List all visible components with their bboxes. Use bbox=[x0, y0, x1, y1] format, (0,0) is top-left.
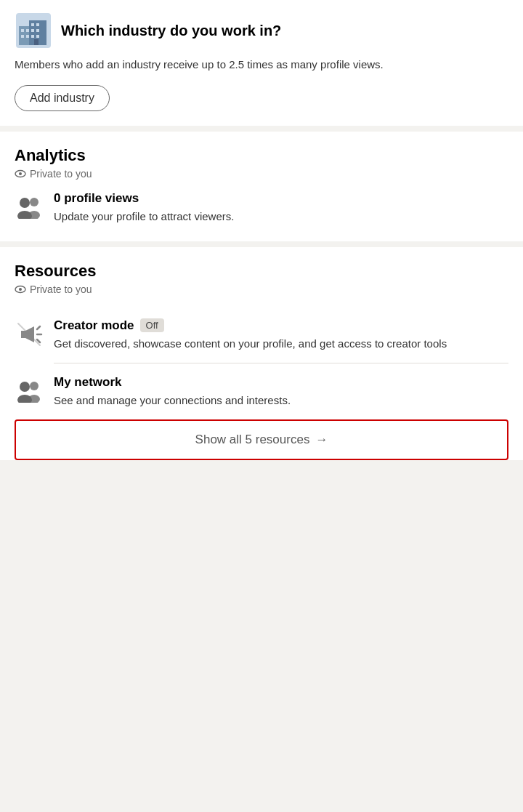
network-icon bbox=[15, 377, 44, 406]
svg-rect-5 bbox=[21, 35, 24, 38]
svg-point-21 bbox=[19, 288, 22, 291]
my-network-desc: See and manage your connections and inte… bbox=[54, 393, 508, 408]
my-network-title: My network bbox=[54, 375, 122, 390]
creator-icon bbox=[15, 320, 44, 349]
analytics-private-text: Private to you bbox=[30, 168, 92, 180]
industry-card: Which industry do you work in? Members w… bbox=[0, 0, 523, 126]
svg-rect-10 bbox=[36, 29, 39, 32]
svg-rect-6 bbox=[26, 35, 29, 38]
resources-title: Resources bbox=[15, 262, 508, 281]
creator-mode-title-row: Creator mode Off bbox=[54, 318, 508, 333]
svg-point-29 bbox=[20, 382, 30, 392]
creator-mode-badge: Off bbox=[140, 318, 164, 332]
building-icon bbox=[15, 12, 52, 49]
profile-views-desc: Update your profile to attract viewers. bbox=[54, 209, 234, 224]
creator-mode-content: Creator mode Off Get discovered, showcas… bbox=[54, 318, 508, 351]
creator-mode-row[interactable]: Creator mode Off Get discovered, showcas… bbox=[15, 307, 508, 363]
analytics-title: Analytics bbox=[15, 146, 508, 165]
creator-mode-title: Creator mode bbox=[54, 318, 134, 333]
analytics-row: 0 profile views Update your profile to a… bbox=[15, 191, 508, 224]
people-icon bbox=[15, 193, 44, 222]
svg-rect-7 bbox=[31, 23, 34, 26]
resources-private-label: Private to you bbox=[15, 284, 508, 295]
my-network-row[interactable]: My network See and manage your connectio… bbox=[15, 363, 508, 419]
svg-point-30 bbox=[17, 395, 32, 403]
svg-rect-8 bbox=[36, 23, 39, 26]
svg-rect-11 bbox=[31, 35, 34, 38]
show-all-arrow: → bbox=[315, 433, 328, 447]
profile-views-stat: 0 profile views bbox=[54, 191, 234, 206]
my-network-content: My network See and manage your connectio… bbox=[54, 375, 508, 408]
industry-title: Which industry do you work in? bbox=[61, 21, 281, 40]
svg-point-27 bbox=[30, 382, 38, 390]
creator-mode-desc: Get discovered, showcase content on your… bbox=[54, 336, 508, 351]
industry-header: Which industry do you work in? bbox=[15, 12, 508, 49]
analytics-private-label: Private to you bbox=[15, 168, 508, 180]
industry-description: Members who add an industry receive up t… bbox=[15, 57, 508, 73]
svg-rect-12 bbox=[36, 35, 39, 38]
my-network-title-row: My network bbox=[54, 375, 508, 390]
analytics-content: 0 profile views Update your profile to a… bbox=[54, 191, 234, 224]
svg-rect-9 bbox=[31, 29, 34, 32]
resources-card: Resources Private to you bbox=[0, 247, 523, 460]
svg-point-19 bbox=[17, 211, 32, 219]
svg-point-16 bbox=[30, 198, 38, 206]
svg-rect-4 bbox=[26, 29, 29, 32]
show-all-label: Show all 5 resources bbox=[195, 433, 310, 447]
analytics-card: Analytics Private to you 0 profile views bbox=[0, 132, 523, 241]
svg-rect-13 bbox=[34, 39, 38, 45]
svg-rect-3 bbox=[21, 29, 24, 32]
svg-line-23 bbox=[37, 326, 40, 329]
show-all-resources-button[interactable]: Show all 5 resources → bbox=[16, 421, 507, 459]
add-industry-button[interactable]: Add industry bbox=[15, 85, 110, 111]
resources-eye-icon bbox=[15, 284, 26, 295]
show-all-container: Show all 5 resources → bbox=[15, 419, 508, 460]
svg-point-15 bbox=[19, 172, 22, 175]
resources-private-text: Private to you bbox=[30, 284, 92, 295]
svg-point-18 bbox=[20, 198, 30, 208]
eye-icon bbox=[15, 168, 26, 180]
